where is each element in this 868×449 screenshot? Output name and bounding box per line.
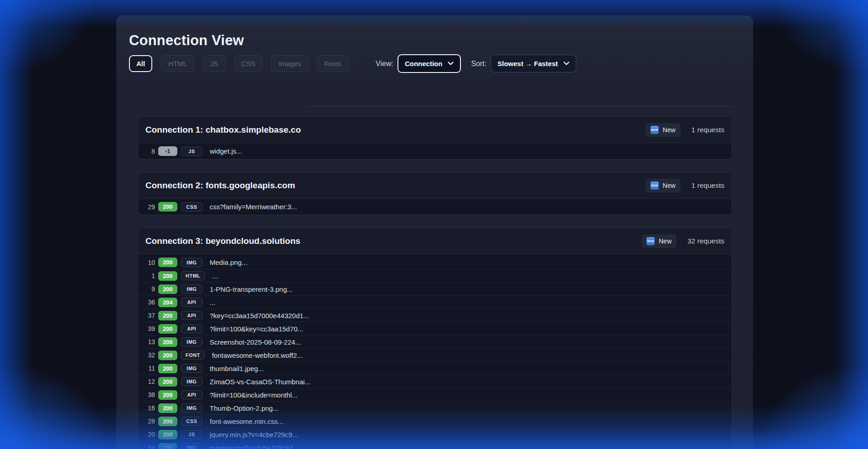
connection-header[interactable]: Connection 3: beyondcloud.solutions NEW … [138, 228, 732, 254]
type-badge: FONT [181, 351, 205, 360]
request-number: 9 [145, 285, 155, 293]
type-badge: IMG [181, 364, 202, 373]
request-list: 29 200 CSS css?family=Merriweather:3... [138, 198, 732, 215]
request-count: 1 requests [692, 181, 724, 190]
toolbar: AllHTMLJSCSSImagesFonts View: Connection… [129, 54, 753, 73]
connection-card: Connection 3: beyondcloud.solutions NEW … [138, 227, 732, 449]
sort-label: Sort: [471, 60, 486, 68]
new-badge: NEW New [641, 234, 677, 248]
request-number: 29 [145, 203, 155, 211]
type-badge: IMG [181, 403, 202, 413]
main-panel: Connection View AllHTMLJSCSSImagesFonts … [116, 15, 753, 449]
view-label: View: [376, 60, 393, 68]
connection-title: Connection 2: fonts.googleapis.com [145, 181, 646, 191]
filter-button-fonts[interactable]: Fonts [317, 55, 349, 72]
new-icon: NEW [651, 126, 659, 134]
view-select[interactable]: Connection [398, 54, 461, 73]
filter-button-js[interactable]: JS [203, 55, 226, 72]
status-badge: 200 [158, 443, 177, 449]
new-badge-label: New [663, 182, 676, 189]
request-row[interactable]: 1 200 HTML ... [138, 269, 732, 282]
request-row[interactable]: 20 200 JS jquery.min.js?v=4cbe729c9... [138, 428, 732, 441]
status-badge: 200 [158, 202, 177, 212]
status-badge: 200 [158, 271, 177, 281]
request-row[interactable]: 38 200 API ?limit=100&include=monthl... [138, 388, 732, 401]
request-row[interactable]: 11 200 IMG thumbnail1.jpeg... [138, 361, 732, 375]
connection-title: Connection 1: chatbox.simplebase.co [145, 125, 646, 135]
connection-header[interactable]: Connection 1: chatbox.simplebase.co NEW … [138, 117, 732, 143]
type-badge: HTML [181, 271, 205, 280]
request-row[interactable]: 28 200 CSS font-awesome.min.css... [138, 414, 732, 428]
request-name: ?limit=100&key=cc3aa15d70... [210, 325, 303, 333]
request-list: 8 -1 JS widget.js... [138, 143, 732, 159]
request-name: overlay.png?v=4cbe729c92... [210, 444, 299, 449]
request-name: 1-PNG-transperent-3.png... [210, 285, 293, 293]
request-row[interactable]: 37 200 API ?key=cc3aa15d7000e44320d1... [138, 309, 732, 322]
request-name: fontawesome-webfont.woff2... [212, 351, 303, 359]
filter-button-css[interactable]: CSS [234, 55, 263, 72]
type-badge: API [181, 298, 202, 307]
request-number: 36 [145, 299, 155, 306]
request-number: 11 [145, 365, 155, 372]
request-row[interactable]: 34 200 IMG overlay.png?v=4cbe729c92... [138, 441, 732, 449]
connection-card: Connection 1: chatbox.simplebase.co NEW … [138, 116, 732, 160]
request-row[interactable]: 10 200 IMG Media.png... [138, 256, 732, 269]
request-list: 10 200 IMG Media.png... 1 200 HTML ... 9… [138, 254, 732, 449]
request-row[interactable]: 12 200 IMG ZimaOS-vs-CasaOS-Thumbnai... [138, 375, 732, 388]
request-row[interactable]: 13 200 IMG Screenshot-2025-08-09-224... [138, 335, 732, 348]
type-badge: IMG [181, 258, 202, 267]
filter-button-images[interactable]: Images [271, 55, 308, 72]
request-name: Thumb-Option-2.png... [210, 404, 279, 412]
header-divider [306, 106, 733, 107]
request-name: ... [210, 299, 216, 306]
request-name: ?key=cc3aa15d7000e44320d1... [210, 312, 309, 320]
filter-button-all[interactable]: All [129, 55, 152, 72]
status-badge: 200 [158, 377, 177, 387]
request-name: ZimaOS-vs-CasaOS-Thumbnai... [210, 378, 310, 386]
status-badge: 200 [158, 403, 177, 413]
type-badge: IMG [181, 284, 202, 294]
status-badge: 200 [158, 284, 177, 294]
request-number: 32 [145, 351, 155, 359]
type-badge: API [181, 390, 202, 399]
request-row[interactable]: 29 200 CSS css?family=Merriweather:3... [138, 200, 732, 213]
status-badge: 200 [158, 337, 177, 347]
type-badge: JS [181, 147, 202, 156]
type-badge: IMG [181, 377, 202, 386]
request-row[interactable]: 36 204 API ... [138, 295, 732, 309]
status-badge: 200 [158, 417, 177, 426]
request-number: 20 [145, 431, 155, 438]
status-badge: 200 [158, 351, 177, 360]
filter-button-html[interactable]: HTML [161, 55, 194, 72]
request-number: 8 [145, 148, 155, 155]
request-number: 37 [145, 312, 155, 319]
request-count: 1 requests [692, 126, 724, 134]
page-title: Connection View [116, 15, 753, 49]
status-badge: 204 [158, 298, 177, 307]
new-icon: NEW [651, 181, 659, 190]
request-name: jquery.min.js?v=4cbe729c9... [210, 431, 298, 439]
request-row[interactable]: 8 -1 JS widget.js... [138, 145, 732, 158]
type-badge: IMG [181, 337, 202, 346]
request-number: 38 [145, 391, 155, 398]
status-badge: 200 [158, 311, 177, 320]
request-number: 10 [145, 259, 155, 266]
request-row[interactable]: 9 200 IMG 1-PNG-transperent-3.png... [138, 282, 732, 295]
connections-list: Connection 1: chatbox.simplebase.co NEW … [116, 116, 753, 449]
request-number: 12 [145, 378, 155, 385]
request-row[interactable]: 39 200 API ?limit=100&key=cc3aa15d70... [138, 322, 732, 335]
type-badge: CSS [181, 417, 202, 426]
request-name: thumbnail1.jpeg... [210, 365, 264, 372]
connection-header[interactable]: Connection 2: fonts.googleapis.com NEW N… [138, 172, 732, 198]
request-number: 28 [145, 418, 155, 425]
type-badge: IMG [181, 443, 202, 449]
new-badge-label: New [663, 126, 676, 134]
status-badge: 200 [158, 364, 177, 373]
type-badge: CSS [181, 202, 202, 212]
request-row[interactable]: 16 200 IMG Thumb-Option-2.png... [138, 401, 732, 414]
request-row[interactable]: 32 200 FONT fontawesome-webfont.woff2... [138, 348, 732, 361]
chevron-down-icon [448, 62, 454, 66]
sort-select[interactable]: Slowest → Fastest [491, 55, 576, 72]
sort-select-value: Slowest → Fastest [497, 60, 558, 67]
view-select-value: Connection [405, 60, 443, 67]
